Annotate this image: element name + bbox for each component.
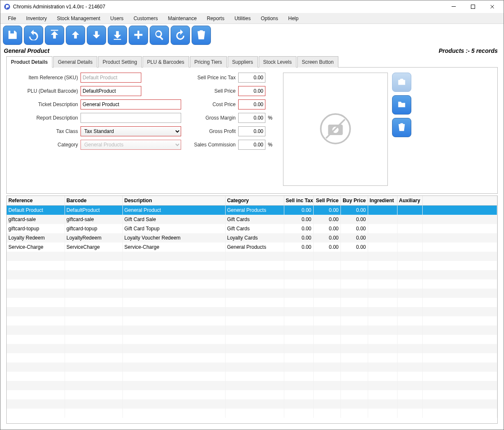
- last-icon: [112, 29, 123, 42]
- select-taxclass[interactable]: Tax Standard: [81, 126, 181, 136]
- col-auxiliary[interactable]: Auxiliary: [397, 196, 422, 206]
- delete-image-button[interactable]: [392, 118, 411, 137]
- table-row-empty: [7, 335, 497, 344]
- table-row-empty: [7, 344, 497, 353]
- menubar: File Inventory Stock Management Users Cu…: [0, 13, 504, 24]
- search-icon: [154, 29, 165, 42]
- camera-icon: [397, 77, 406, 88]
- svg-rect-3: [51, 30, 58, 31]
- table-row-empty: [7, 279, 497, 289]
- label-report: Report Description: [11, 115, 78, 121]
- select-category[interactable]: General Products: [81, 140, 181, 150]
- menu-inventory[interactable]: Inventory: [22, 14, 51, 23]
- subheader-title: General Product: [4, 47, 49, 54]
- table-row[interactable]: Loyalty RedeemLoyaltyRedeemLoyalty Vouch…: [7, 233, 497, 242]
- label-taxclass: Tax Class: [11, 128, 78, 134]
- browse-image-button[interactable]: [392, 95, 411, 115]
- label-commission: Sales Commission: [190, 142, 236, 148]
- col-description[interactable]: Description: [122, 196, 225, 206]
- svg-rect-1: [452, 6, 456, 7]
- add-button[interactable]: [129, 26, 148, 45]
- menu-customers[interactable]: Customers: [129, 14, 162, 23]
- col-barcode[interactable]: Barcode: [65, 196, 122, 206]
- input-report[interactable]: [81, 113, 181, 123]
- last-button[interactable]: [108, 26, 127, 45]
- table-row-empty: [7, 298, 497, 307]
- tab-product-details[interactable]: Product Details: [6, 56, 52, 68]
- save-icon: [7, 29, 18, 42]
- delete-button[interactable]: [192, 26, 211, 45]
- product-details-panel: Item Reference (SKU) PLU (Default Barcod…: [6, 67, 498, 194]
- undo-icon: [28, 29, 39, 42]
- input-ticket[interactable]: [81, 99, 181, 109]
- menu-utilities[interactable]: Utilities: [230, 14, 255, 23]
- input-sell[interactable]: [238, 86, 265, 96]
- col-sellprice[interactable]: Sell Price: [313, 196, 340, 206]
- records-count: Products :- 5 records: [439, 47, 498, 54]
- search-button[interactable]: [150, 26, 169, 45]
- refresh-button[interactable]: [171, 26, 190, 45]
- tab-plu-barcodes[interactable]: PLU & Barcodes: [143, 56, 189, 68]
- table-row-empty: [7, 353, 497, 362]
- table-row-empty: [7, 362, 497, 372]
- table-row[interactable]: giftcard-topupgiftcard-topupGift Card To…: [7, 224, 497, 233]
- svg-rect-2: [471, 5, 475, 9]
- table-row-empty: [7, 289, 497, 298]
- label-sku: Item Reference (SKU): [11, 75, 78, 81]
- save-button[interactable]: [3, 26, 22, 45]
- close-button[interactable]: [483, 0, 502, 13]
- minimize-button[interactable]: [444, 0, 463, 13]
- table-row[interactable]: Default ProductDefaultProductGeneral Pro…: [7, 206, 497, 215]
- tab-screen-button[interactable]: Screen Button: [297, 56, 338, 68]
- tab-stock-levels[interactable]: Stock Levels: [259, 56, 296, 68]
- tab-product-setting[interactable]: Product Setting: [98, 56, 142, 68]
- table-row-empty: [7, 372, 497, 381]
- label-plu: PLU (Default Barcode): [11, 88, 78, 94]
- menu-reports[interactable]: Reports: [203, 14, 229, 23]
- capture-image-button[interactable]: [392, 73, 411, 92]
- label-sellinc: Sell Price inc Tax: [190, 75, 236, 81]
- col-category[interactable]: Category: [225, 196, 284, 206]
- first-button[interactable]: [45, 26, 64, 45]
- products-grid[interactable]: Reference Barcode Description Category S…: [6, 195, 498, 424]
- table-row[interactable]: Service-ChargeServiceChargeService-Charg…: [7, 242, 497, 252]
- col-sellinc[interactable]: Sell inc Tax: [284, 196, 313, 206]
- col-buyprice[interactable]: Buy Price: [340, 196, 368, 206]
- table-row-empty: [7, 252, 497, 261]
- col-ingredient[interactable]: Ingredient: [368, 196, 397, 206]
- input-profit[interactable]: [238, 126, 265, 136]
- table-row-empty: [7, 390, 497, 399]
- down-icon: [91, 29, 102, 42]
- next-button[interactable]: [87, 26, 106, 45]
- trash-icon: [397, 122, 406, 133]
- menu-stock-management[interactable]: Stock Management: [53, 14, 104, 23]
- col-reference[interactable]: Reference: [7, 196, 65, 206]
- refresh-icon: [175, 29, 186, 42]
- input-cost[interactable]: [238, 99, 265, 109]
- prev-button[interactable]: [66, 26, 85, 45]
- maximize-button[interactable]: [463, 0, 483, 13]
- menu-options[interactable]: Options: [257, 14, 282, 23]
- folder-icon: [397, 100, 406, 110]
- col-spacer: [422, 196, 497, 206]
- table-row-empty: [7, 261, 497, 270]
- input-sku[interactable]: [81, 73, 141, 83]
- table-row[interactable]: giftcard-salegiftcard-saleGift Card Sale…: [7, 215, 497, 224]
- menu-maintenance[interactable]: Maintenance: [164, 14, 201, 23]
- pct-1: %: [268, 115, 273, 121]
- input-commission[interactable]: [238, 140, 265, 150]
- menu-users[interactable]: Users: [106, 14, 127, 23]
- tab-pricing-tiers[interactable]: Pricing Tiers: [190, 56, 227, 68]
- input-margin[interactable]: [238, 113, 265, 123]
- first-icon: [49, 29, 60, 42]
- menu-file[interactable]: File: [4, 14, 20, 23]
- tab-suppliers[interactable]: Suppliers: [228, 56, 258, 68]
- label-category: Category: [11, 142, 78, 148]
- menu-help[interactable]: Help: [284, 14, 303, 23]
- input-sellinc[interactable]: [238, 73, 265, 83]
- label-margin: Gross Margin: [190, 115, 236, 121]
- tab-general-details[interactable]: General Details: [53, 56, 97, 68]
- svg-rect-4: [114, 39, 121, 39]
- undo-button[interactable]: [24, 26, 43, 45]
- input-plu[interactable]: [81, 86, 141, 96]
